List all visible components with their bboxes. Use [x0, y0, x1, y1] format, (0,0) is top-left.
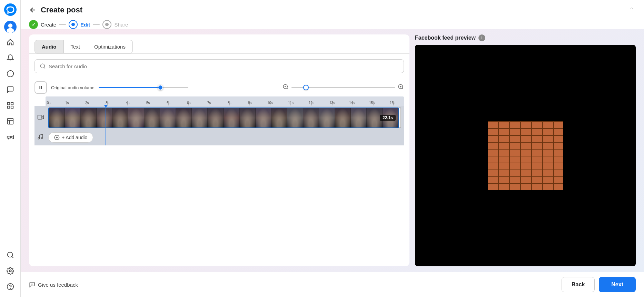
svg-point-15	[40, 64, 44, 68]
svg-point-3	[7, 28, 14, 33]
zoom-controls	[283, 84, 404, 91]
step-divider-2	[93, 24, 100, 25]
content-area: Audio Text Optimizations Original audio …	[21, 29, 644, 272]
sidebar-item-ads[interactable]	[3, 114, 17, 128]
video-frame	[160, 108, 176, 127]
ruler-svg: 0s 1s 2s 3s 4s 5s 6s	[46, 96, 404, 106]
step-create-label: Create	[41, 22, 56, 28]
zoom-slider[interactable]	[291, 87, 395, 88]
video-frame	[303, 108, 319, 127]
preview-panel: Facebook feed preview i	[415, 34, 636, 266]
video-frame	[128, 108, 144, 127]
svg-point-2	[8, 23, 12, 28]
add-audio-label: + Add audio	[62, 135, 87, 140]
tab-optimizations[interactable]: Optimizations	[87, 40, 133, 53]
tab-text[interactable]: Text	[64, 40, 88, 53]
search-icon	[40, 63, 46, 69]
add-audio-button[interactable]: + Add audio	[48, 132, 93, 143]
footer-actions: Back Next	[562, 277, 636, 292]
video-frame	[335, 108, 351, 127]
video-frame	[319, 108, 335, 127]
sidebar-item-home[interactable]	[3, 35, 17, 49]
zoom-out-icon[interactable]	[283, 84, 289, 91]
volume-label: Original audio volume	[51, 85, 95, 90]
frame-strip	[49, 108, 398, 127]
step-edit-label: Edit	[80, 22, 90, 28]
preview-center	[488, 121, 563, 190]
back-arrow-button[interactable]	[29, 6, 37, 14]
svg-rect-16	[40, 86, 40, 89]
volume-slider-container	[99, 87, 188, 88]
timeline-container: 0s 1s 2s 3s 4s 5s 6s	[29, 96, 409, 145]
svg-rect-5	[7, 103, 9, 105]
preview-video-inner	[415, 121, 636, 190]
main-content: Create post ✓ Create Edit Share	[21, 0, 644, 297]
svg-text:0s: 0s	[47, 101, 51, 105]
sidebar	[0, 0, 21, 297]
add-audio-icon	[54, 135, 60, 140]
video-frame	[351, 108, 367, 127]
step-edit-icon	[69, 20, 78, 29]
zoom-in-icon[interactable]	[398, 84, 404, 91]
sidebar-item-megaphone[interactable]	[3, 130, 17, 144]
preview-black-right	[563, 121, 636, 190]
step-divider-1	[59, 24, 66, 25]
next-button[interactable]: Next	[599, 277, 636, 292]
video-track-icon	[37, 114, 46, 122]
sidebar-item-settings[interactable]	[3, 264, 17, 278]
search-input[interactable]	[49, 63, 399, 69]
sidebar-item-messages[interactable]	[3, 83, 17, 96]
app-logo[interactable]	[4, 3, 17, 16]
svg-text:16s: 16s	[390, 101, 395, 105]
svg-rect-6	[11, 103, 13, 105]
sidebar-item-flag[interactable]	[3, 67, 17, 81]
audio-track-icon	[37, 134, 46, 141]
tab-audio[interactable]: Audio	[34, 40, 64, 53]
preview-title-container: Facebook feed preview i	[415, 34, 636, 41]
playhead	[106, 106, 106, 145]
video-frame	[49, 108, 65, 127]
preview-info-icon[interactable]: i	[478, 34, 485, 41]
video-frame	[271, 108, 287, 127]
sidebar-item-notifications[interactable]	[3, 51, 17, 65]
svg-rect-71	[38, 115, 42, 119]
video-frame	[97, 108, 112, 127]
video-frame	[256, 108, 271, 127]
svg-text:15s: 15s	[369, 101, 375, 105]
avatar[interactable]	[4, 21, 17, 33]
sidebar-item-search[interactable]	[3, 248, 17, 262]
step-share-icon	[102, 20, 111, 29]
video-frame	[81, 108, 97, 127]
video-frame	[65, 108, 81, 127]
back-button[interactable]: Back	[562, 277, 595, 292]
editor-panel: Audio Text Optimizations Original audio …	[29, 34, 409, 266]
audio-track-row: + Add audio	[34, 130, 404, 145]
step-share-label: Share	[114, 22, 128, 28]
svg-rect-7	[7, 106, 9, 108]
feedback-button[interactable]: Give us feedback	[29, 281, 78, 288]
timeline-ruler: 0s 1s 2s 3s 4s 5s 6s	[46, 96, 404, 106]
feedback-label: Give us feedback	[38, 282, 78, 288]
editor-tabs: Audio Text Optimizations	[29, 34, 409, 54]
volume-slider[interactable]	[99, 87, 188, 88]
video-track-row: 22.1s	[34, 106, 404, 130]
play-pause-button[interactable]	[34, 81, 47, 94]
svg-rect-8	[11, 106, 13, 108]
svg-point-73	[41, 137, 43, 139]
brick-pattern	[488, 121, 563, 190]
sidebar-item-help[interactable]	[3, 280, 17, 294]
feedback-icon	[29, 281, 35, 288]
svg-point-11	[7, 252, 12, 257]
video-duration-badge: 22.1s	[380, 115, 396, 121]
svg-point-12	[9, 270, 11, 272]
video-frame	[240, 108, 256, 127]
video-frame	[208, 108, 224, 127]
step-edit[interactable]: Edit	[69, 20, 90, 29]
playhead-arrow	[104, 105, 108, 107]
steps-indicator: ✓ Create Edit Share	[29, 20, 636, 29]
video-frame	[176, 108, 192, 127]
audio-search-bar[interactable]	[34, 59, 404, 73]
svg-rect-9	[7, 119, 13, 124]
sidebar-item-pages[interactable]	[3, 99, 17, 112]
step-share[interactable]: Share	[102, 20, 128, 29]
